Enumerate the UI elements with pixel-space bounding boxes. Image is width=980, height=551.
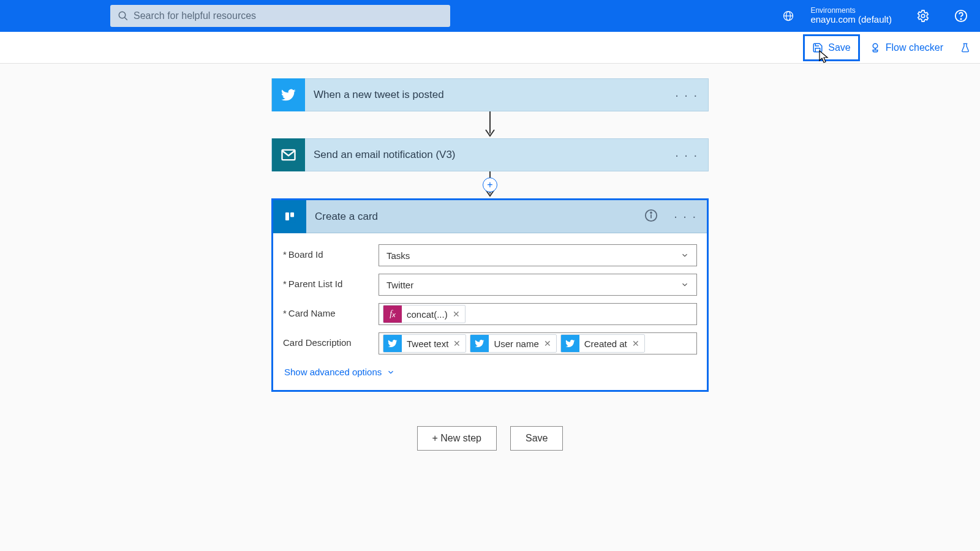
label-board-id: *Board Id: [283, 244, 379, 260]
more-icon[interactable]: · · ·: [665, 88, 708, 102]
mail-icon: [272, 138, 305, 171]
token-label: Created at: [579, 339, 630, 349]
flow-canvas: When a new tweet is posted · · · Send an…: [0, 64, 980, 475]
select-parent-list[interactable]: Twitter: [379, 274, 697, 296]
token-expression[interactable]: fx concat(...) ✕: [383, 305, 466, 323]
save-button[interactable]: Save: [803, 34, 859, 61]
toolbar: Save Flow checker: [0, 32, 980, 64]
connector-arrow: [484, 111, 496, 138]
step-header: When a new tweet is posted · · ·: [271, 78, 709, 111]
step-title: When a new tweet is posted: [305, 89, 665, 101]
chevron-down-icon: [386, 368, 395, 377]
flow-checker-label: Flow checker: [886, 42, 943, 53]
chevron-down-icon: [680, 280, 689, 289]
token-label: concat(...): [402, 309, 450, 320]
search-input[interactable]: [110, 5, 450, 27]
connector-arrow-add: +: [484, 171, 496, 198]
select-value: Tasks: [386, 250, 410, 261]
svg-point-0: [119, 12, 126, 18]
row-board-id: *Board Id Tasks: [283, 244, 697, 266]
select-board-id[interactable]: Tasks: [379, 244, 697, 266]
input-card-name[interactable]: fx concat(...) ✕: [379, 303, 697, 325]
trello-icon: [273, 200, 306, 233]
svg-line-1: [124, 17, 127, 20]
token-created-at[interactable]: Created at ✕: [560, 334, 645, 353]
label-card-description: Card Description: [283, 332, 379, 348]
svg-point-5: [921, 14, 925, 18]
svg-point-8: [873, 43, 878, 48]
select-value: Twitter: [386, 280, 413, 290]
remove-token-icon[interactable]: ✕: [630, 339, 644, 348]
test-button[interactable]: [953, 34, 978, 61]
row-card-description: Card Description Tweet text ✕ User name …: [283, 332, 697, 354]
chevron-down-icon: [680, 251, 689, 260]
twitter-icon: [383, 334, 402, 353]
twitter-icon: [561, 334, 579, 353]
step-trigger[interactable]: When a new tweet is posted · · ·: [271, 78, 709, 111]
token-user-name[interactable]: User name ✕: [470, 334, 556, 353]
advanced-label: Show advanced options: [284, 367, 382, 377]
step-email[interactable]: Send an email notification (V3) · · ·: [271, 138, 709, 171]
label-parent-list: *Parent List Id: [283, 274, 379, 289]
flow-checker-button[interactable]: Flow checker: [862, 34, 951, 61]
token-label: Tweet text: [402, 339, 451, 349]
input-card-description[interactable]: Tweet text ✕ User name ✕ Created at ✕: [379, 332, 697, 354]
step-header[interactable]: Create a card · · ·: [273, 200, 707, 233]
environment-label: Environments: [810, 7, 892, 15]
twitter-icon: [272, 78, 305, 111]
search-wrap: [110, 5, 450, 27]
new-step-button[interactable]: + New step: [417, 426, 497, 451]
gear-icon[interactable]: [916, 9, 930, 23]
more-icon[interactable]: · · ·: [664, 209, 707, 223]
info-icon[interactable]: [644, 209, 664, 225]
card-form: *Board Id Tasks *Parent List Id Twitter: [273, 233, 707, 390]
save-label: Save: [828, 42, 850, 53]
step-create-card: Create a card · · · *Board Id Tasks *Par…: [271, 198, 709, 392]
bottom-actions: + New step Save: [417, 426, 564, 451]
step-title: Send an email notification (V3): [305, 149, 665, 161]
token-label: User name: [489, 339, 541, 349]
remove-token-icon[interactable]: ✕: [541, 339, 556, 348]
environment-value: enayu.com (default): [810, 15, 892, 25]
help-icon[interactable]: [954, 9, 968, 23]
label-card-name: *Card Name: [283, 303, 379, 318]
show-advanced-options[interactable]: Show advanced options: [283, 362, 395, 377]
flow-checker-icon: [870, 42, 881, 53]
add-step-icon[interactable]: +: [483, 178, 497, 192]
row-parent-list: *Parent List Id Twitter: [283, 274, 697, 296]
save-icon: [812, 42, 823, 53]
twitter-icon: [470, 334, 489, 353]
svg-rect-14: [285, 212, 289, 220]
step-title: Create a card: [306, 211, 644, 223]
row-card-name: *Card Name fx concat(...) ✕: [283, 303, 697, 325]
top-bar: Environments enayu.com (default): [0, 0, 980, 32]
svg-rect-15: [290, 212, 294, 217]
save-step-button[interactable]: Save: [510, 426, 563, 451]
environment-icon: [782, 10, 794, 22]
remove-token-icon[interactable]: ✕: [451, 339, 466, 348]
more-icon[interactable]: · · ·: [665, 148, 708, 162]
svg-point-7: [960, 18, 961, 19]
remove-token-icon[interactable]: ✕: [450, 309, 465, 319]
step-header: Send an email notification (V3) · · ·: [271, 138, 709, 171]
beaker-icon: [960, 42, 970, 53]
svg-point-18: [650, 212, 652, 213]
search-icon: [118, 10, 129, 21]
token-tweet-text[interactable]: Tweet text ✕: [383, 334, 466, 353]
environment-block[interactable]: Environments enayu.com (default): [810, 7, 892, 25]
fx-icon: fx: [383, 305, 402, 323]
